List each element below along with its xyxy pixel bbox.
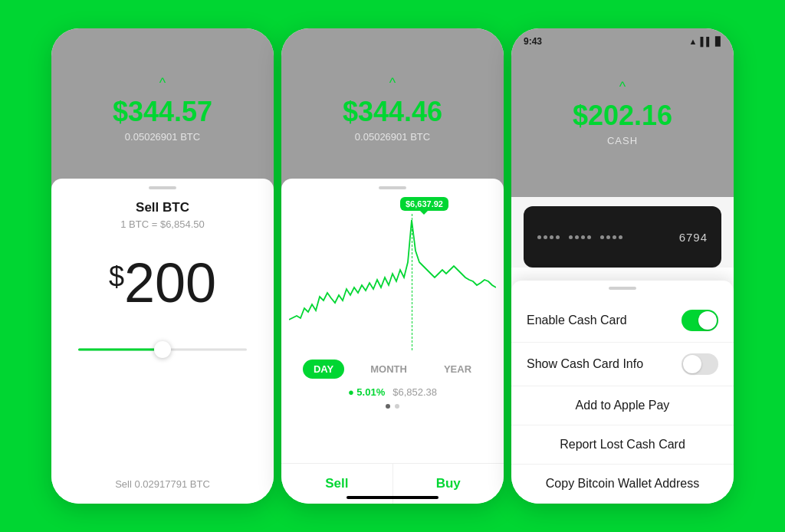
show-cash-card-info-row[interactable]: Show Cash Card Info: [511, 343, 734, 386]
chart-dashed-line: [412, 214, 412, 350]
card-dot: [581, 235, 585, 239]
phone1-body: Sell BTC 1 BTC = $6,854.50 $ 200 Sell 0.…: [51, 179, 274, 504]
phone3-header: 9:43 ▲ ▌▌ ▊ ^ $202.16 CASH: [511, 28, 734, 197]
show-cash-card-info-label: Show Cash Card Info: [527, 357, 643, 371]
stat-price: $6,852.38: [392, 386, 437, 398]
card-last-four: 6794: [679, 231, 708, 244]
sell-number: 200: [124, 251, 216, 314]
phone-chart: ^ $344.46 0.05026901 BTC $6,637.92 DAY M…: [281, 28, 504, 504]
card-dot: [613, 235, 616, 239]
chevron-up-icon[interactable]: ^: [159, 75, 166, 91]
status-bar: 9:43 ▲ ▌▌ ▊: [511, 36, 734, 47]
dollar-sign: $: [109, 261, 124, 293]
status-icons: ▲ ▌▌ ▊: [689, 37, 721, 47]
stat-change: ● 5.01%: [348, 386, 385, 398]
phone2-header: ^ $344.46 0.05026901 BTC: [281, 28, 504, 189]
add-apple-pay-row[interactable]: Add to Apple Pay: [511, 386, 734, 425]
enable-cash-card-toggle[interactable]: [682, 310, 718, 331]
btc-dollar-amount: $344.57: [113, 96, 212, 128]
chart-tooltip: $6,637.92: [400, 197, 448, 211]
report-lost-row[interactable]: Report Lost Cash Card: [511, 425, 734, 465]
drag-handle[interactable]: [149, 186, 176, 189]
toggle-thumb: [683, 355, 701, 373]
time-tabs: DAY MONTH YEAR: [303, 360, 482, 379]
card-dot: [544, 235, 547, 239]
card-dot: [575, 235, 579, 239]
price-chart: $6,637.92: [289, 197, 496, 350]
card-dot: [619, 235, 622, 239]
btc-dollar-amount: $344.46: [343, 96, 442, 128]
battery-icon: ▊: [715, 37, 721, 47]
sell-amount: $ 200: [109, 251, 216, 314]
enable-cash-card-label: Enable Cash Card: [527, 314, 627, 327]
sheet-drag-handle[interactable]: [609, 287, 636, 290]
tab-month[interactable]: MONTH: [360, 360, 418, 379]
signal-icon: ▲: [689, 37, 698, 46]
page-dots: [386, 404, 399, 409]
card-dot: [537, 235, 541, 239]
copy-bitcoin-row[interactable]: Copy Bitcoin Wallet Address: [511, 465, 734, 504]
card-dot: [569, 235, 573, 239]
toggle-thumb: [698, 311, 717, 330]
chart-svg: [289, 197, 496, 335]
cash-dollar-amount: $202.16: [573, 100, 672, 132]
dot-1: [386, 404, 390, 409]
card-dot: [556, 235, 560, 239]
status-time: 9:43: [524, 36, 542, 47]
tab-day[interactable]: DAY: [303, 360, 344, 379]
card-dot: [606, 235, 610, 239]
btc-amount: 0.05026901 BTC: [355, 131, 430, 143]
drag-handle[interactable]: [379, 186, 406, 189]
enable-cash-card-row[interactable]: Enable Cash Card: [511, 299, 734, 343]
amount-slider[interactable]: [78, 342, 247, 357]
cash-card: 6794: [524, 206, 721, 268]
phone-cash-card: 9:43 ▲ ▌▌ ▊ ^ $202.16 CASH: [511, 28, 734, 504]
dot-2: [395, 404, 399, 409]
card-dot: [600, 235, 604, 239]
chart-stats: ● 5.01% $6,852.38: [348, 386, 437, 398]
wifi-icon: ▌▌: [700, 37, 712, 46]
cash-label: CASH: [607, 135, 638, 146]
sell-btc-label: Sell 0.02917791 BTC: [115, 478, 210, 490]
copy-bitcoin-label: Copy Bitcoin Wallet Address: [546, 477, 699, 490]
card-dot-group-1: [537, 235, 560, 239]
report-lost-label: Report Lost Cash Card: [560, 438, 685, 451]
tab-year[interactable]: YEAR: [433, 360, 482, 379]
card-dot: [587, 235, 591, 239]
phone1-header: ^ $344.57 0.05026901 BTC: [51, 28, 274, 189]
slider-fill: [78, 349, 163, 351]
btc-amount: 0.05026901 BTC: [125, 131, 200, 143]
slider-thumb[interactable]: [154, 341, 171, 358]
sell-subtitle: 1 BTC = $6,854.50: [120, 218, 205, 230]
phone-sell-btc: ^ $344.57 0.05026901 BTC Sell BTC 1 BTC …: [51, 28, 274, 504]
sell-title: Sell BTC: [136, 200, 189, 215]
chevron-up-icon[interactable]: ^: [389, 75, 396, 91]
home-indicator: [347, 496, 438, 499]
card-dot: [550, 235, 553, 239]
phone2-body: $6,637.92 DAY MONTH YEAR ● 5.01% $6,852.…: [281, 179, 504, 504]
chevron-up-icon[interactable]: ^: [619, 79, 626, 95]
cash-card-area: 6794: [511, 197, 734, 268]
add-apple-pay-label: Add to Apple Pay: [576, 399, 670, 412]
bottom-sheet: Enable Cash Card Show Cash Card Info Add…: [511, 281, 734, 504]
card-dots: [537, 235, 622, 239]
card-dot-group-3: [600, 235, 622, 239]
card-dot-group-2: [569, 235, 591, 239]
show-cash-card-info-toggle[interactable]: [682, 353, 718, 375]
